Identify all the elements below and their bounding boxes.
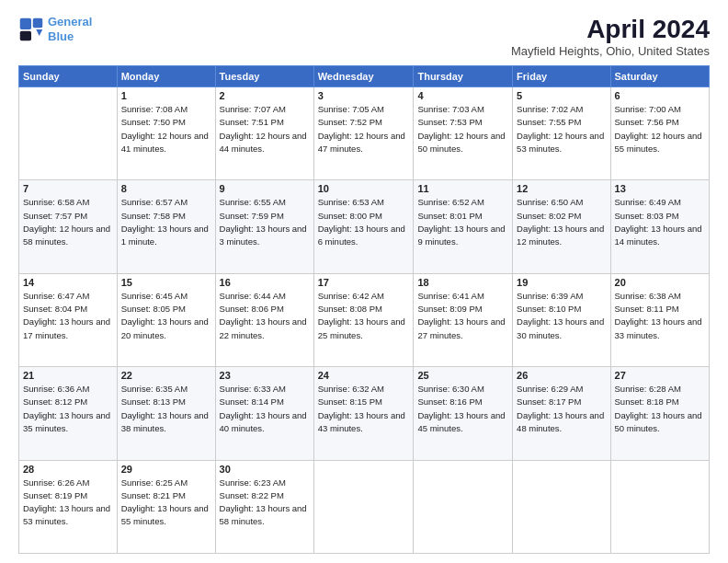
day-number: 1 [121,90,211,101]
day-info: Sunrise: 6:29 AM Sunset: 8:17 PM Dayligh… [517,383,606,435]
day-number: 19 [517,277,606,288]
sunrise-text: Sunrise: 6:57 AM [121,197,188,207]
daylight-text: Daylight: 12 hours and 47 minutes. [318,131,405,154]
calendar-cell: 22 Sunrise: 6:35 AM Sunset: 8:13 PM Dayl… [117,367,215,460]
daylight-text: Daylight: 12 hours and 44 minutes. [220,131,307,154]
day-info: Sunrise: 6:25 AM Sunset: 8:21 PM Dayligh… [121,477,211,529]
daylight-text: Daylight: 12 hours and 50 minutes. [417,131,505,154]
day-number: 21 [23,370,113,381]
day-number: 4 [417,90,508,101]
day-number: 28 [23,464,113,475]
sunrise-text: Sunrise: 6:44 AM [220,291,286,301]
daylight-text: Daylight: 12 hours and 58 minutes. [23,224,110,247]
calendar-cell: 5 Sunrise: 7:02 AM Sunset: 7:55 PM Dayli… [513,87,610,180]
sunrise-text: Sunrise: 6:26 AM [23,477,89,488]
header: General Blue April 2024 Mayfield Heights… [18,15,710,58]
sunrise-text: Sunrise: 7:05 AM [318,104,384,114]
day-info: Sunrise: 6:23 AM Sunset: 8:22 PM Dayligh… [220,477,310,529]
header-row: SundayMondayTuesdayWednesdayThursdayFrid… [19,66,710,87]
calendar-cell: 19 Sunrise: 6:39 AM Sunset: 8:10 PM Dayl… [513,273,610,366]
svg-rect-1 [33,17,43,28]
daylight-text: Daylight: 13 hours and 35 minutes. [23,410,110,433]
calendar-cell [313,460,414,553]
day-info: Sunrise: 7:02 AM Sunset: 7:55 PM Dayligh… [517,103,606,155]
daylight-text: Daylight: 13 hours and 43 minutes. [318,410,405,433]
svg-rect-3 [20,30,31,40]
day-info: Sunrise: 6:42 AM Sunset: 8:08 PM Dayligh… [318,290,410,342]
calendar-cell: 26 Sunrise: 6:29 AM Sunset: 8:17 PM Dayl… [513,367,610,460]
day-info: Sunrise: 6:33 AM Sunset: 8:14 PM Dayligh… [220,383,310,435]
sunset-text: Sunset: 7:58 PM [121,211,186,221]
calendar-cell [19,87,118,180]
calendar-cell: 15 Sunrise: 6:45 AM Sunset: 8:05 PM Dayl… [117,273,215,366]
day-info: Sunrise: 6:26 AM Sunset: 8:19 PM Dayligh… [23,477,113,529]
daylight-text: Daylight: 13 hours and 25 minutes. [318,316,405,339]
day-number: 14 [23,277,113,288]
day-info: Sunrise: 6:53 AM Sunset: 8:00 PM Dayligh… [318,196,410,248]
calendar-cell: 14 Sunrise: 6:47 AM Sunset: 8:04 PM Dayl… [19,273,118,366]
sunset-text: Sunset: 7:59 PM [220,211,284,221]
sunrise-text: Sunrise: 6:53 AM [318,197,384,207]
day-info: Sunrise: 6:38 AM Sunset: 8:11 PM Dayligh… [615,290,705,342]
calendar-cell: 27 Sunrise: 6:28 AM Sunset: 8:18 PM Dayl… [610,367,709,460]
day-info: Sunrise: 7:03 AM Sunset: 7:53 PM Dayligh… [417,103,508,155]
logo-text: General Blue [48,15,92,43]
sunrise-text: Sunrise: 6:39 AM [517,291,583,301]
day-info: Sunrise: 6:44 AM Sunset: 8:06 PM Dayligh… [220,290,310,342]
daylight-text: Daylight: 13 hours and 30 minutes. [517,316,604,339]
sunset-text: Sunset: 8:00 PM [318,211,382,221]
main-title: April 2024 [511,15,710,44]
sunset-text: Sunset: 8:02 PM [517,211,581,221]
day-number: 7 [23,183,113,194]
calendar-cell: 28 Sunrise: 6:26 AM Sunset: 8:19 PM Dayl… [19,460,118,553]
day-number: 16 [220,277,310,288]
sunrise-text: Sunrise: 6:35 AM [121,384,188,394]
day-number: 26 [517,370,606,381]
calendar-cell: 1 Sunrise: 7:08 AM Sunset: 7:50 PM Dayli… [117,87,215,180]
calendar-cell [610,460,709,553]
calendar-table: SundayMondayTuesdayWednesdayThursdayFrid… [18,65,710,554]
sunset-text: Sunset: 8:19 PM [23,490,87,500]
sunset-text: Sunset: 8:12 PM [23,396,87,407]
day-number: 20 [615,277,705,288]
calendar-cell: 11 Sunrise: 6:52 AM Sunset: 8:01 PM Dayl… [414,180,513,273]
sunrise-text: Sunrise: 6:45 AM [121,291,188,301]
day-info: Sunrise: 6:47 AM Sunset: 8:04 PM Dayligh… [23,290,113,342]
sunset-text: Sunset: 8:13 PM [121,396,186,407]
calendar-cell: 4 Sunrise: 7:03 AM Sunset: 7:53 PM Dayli… [414,87,513,180]
header-day: Saturday [610,66,709,87]
sunrise-text: Sunrise: 6:55 AM [220,197,286,207]
calendar-cell [513,460,610,553]
sunset-text: Sunset: 8:22 PM [220,490,284,500]
sunset-text: Sunset: 8:06 PM [220,304,284,314]
calendar-cell: 3 Sunrise: 7:05 AM Sunset: 7:52 PM Dayli… [313,87,414,180]
sunrise-text: Sunrise: 7:00 AM [615,104,681,114]
day-info: Sunrise: 7:05 AM Sunset: 7:52 PM Dayligh… [318,103,410,155]
calendar-cell: 18 Sunrise: 6:41 AM Sunset: 8:09 PM Dayl… [414,273,513,366]
sunset-text: Sunset: 8:08 PM [318,304,382,314]
sunset-text: Sunset: 8:11 PM [615,304,679,314]
day-info: Sunrise: 6:52 AM Sunset: 8:01 PM Dayligh… [417,196,508,248]
calendar-cell: 2 Sunrise: 7:07 AM Sunset: 7:51 PM Dayli… [215,87,313,180]
sunrise-text: Sunrise: 6:50 AM [517,197,583,207]
daylight-text: Daylight: 13 hours and 48 minutes. [517,410,604,433]
calendar-cell: 24 Sunrise: 6:32 AM Sunset: 8:15 PM Dayl… [313,367,414,460]
day-number: 6 [615,90,705,101]
day-info: Sunrise: 6:32 AM Sunset: 8:15 PM Dayligh… [318,383,410,435]
week-row: 14 Sunrise: 6:47 AM Sunset: 8:04 PM Dayl… [19,273,710,366]
daylight-text: Daylight: 13 hours and 58 minutes. [220,503,307,526]
week-row: 7 Sunrise: 6:58 AM Sunset: 7:57 PM Dayli… [19,180,710,273]
sunset-text: Sunset: 8:03 PM [615,211,679,221]
sunset-text: Sunset: 8:15 PM [318,396,382,407]
day-number: 11 [417,183,508,194]
daylight-text: Daylight: 13 hours and 12 minutes. [517,224,604,247]
calendar-cell: 6 Sunrise: 7:00 AM Sunset: 7:56 PM Dayli… [610,87,709,180]
sunrise-text: Sunrise: 6:32 AM [318,384,384,394]
calendar-cell: 30 Sunrise: 6:23 AM Sunset: 8:22 PM Dayl… [215,460,313,553]
subtitle: Mayfield Heights, Ohio, United States [511,44,710,58]
day-info: Sunrise: 6:45 AM Sunset: 8:05 PM Dayligh… [121,290,211,342]
day-number: 29 [121,464,211,475]
day-number: 5 [517,90,606,101]
daylight-text: Daylight: 13 hours and 14 minutes. [615,224,702,247]
daylight-text: Daylight: 13 hours and 9 minutes. [417,224,505,247]
